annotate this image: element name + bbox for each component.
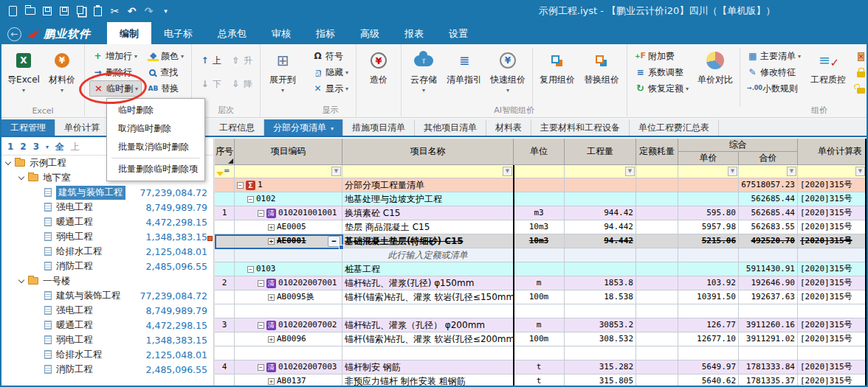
menu-tab-baobiao[interactable]: 报表: [392, 22, 436, 46]
cell-sn[interactable]: 3: [215, 318, 235, 332]
cost-button[interactable]: ¥ 造价: [359, 46, 398, 86]
color-button[interactable]: ◆颜色▾: [145, 48, 187, 64]
cell-unit[interactable]: m: [514, 276, 565, 290]
filter-unit[interactable]: [514, 165, 565, 178]
delete-row-button[interactable]: →删除行: [89, 64, 142, 80]
table-row-placeholder[interactable]: 此行输入定额或清单: [215, 248, 867, 262]
menu-item-batch-delete-temp-items[interactable]: 批量删除临时删除项: [107, 160, 204, 178]
tree-node-unit[interactable]: 建筑与装饰工程77,239,084.72: [1, 185, 213, 200]
cell-sn[interactable]: 4: [215, 360, 235, 374]
back-icon[interactable]: ←: [7, 27, 21, 41]
cell-name[interactable]: 垫层 商品混凝土 C15: [342, 220, 514, 234]
cell-qty[interactable]: [565, 178, 636, 192]
cell-price[interactable]: 12677.10: [678, 332, 739, 346]
symbol-button[interactable]: Ω符号: [309, 48, 351, 64]
table-row[interactable]: −0102 地基处理与边坡支护工程 562685.44 [2020]315号: [215, 192, 867, 206]
cell-code[interactable]: [235, 304, 342, 318]
filter-name[interactable]: ▼: [342, 165, 514, 178]
tree-node-unit[interactable]: 强电工程8,749,989.79: [1, 303, 213, 318]
cell-unit[interactable]: 100m: [514, 332, 565, 346]
collapse-icon[interactable]: −: [258, 210, 264, 217]
collapse-icon[interactable]: −: [258, 364, 264, 371]
header-qty[interactable]: 工程量: [565, 139, 636, 165]
reuse-price-button[interactable]: 复用组价: [535, 46, 579, 86]
tree-up-button[interactable]: 上: [71, 141, 80, 153]
quality-control-button[interactable]: ≡ 工程质控: [805, 46, 851, 86]
cell-name[interactable]: 地基处理与边坡支护工程: [342, 192, 514, 206]
cell-qty[interactable]: 18.538: [565, 290, 636, 304]
filter-sn[interactable]: =: [215, 165, 235, 178]
cell-name[interactable]: 基础混凝土垫层(特细砂) C15: [342, 234, 514, 248]
cell-total[interactable]: [739, 304, 798, 318]
cell-total[interactable]: 1781333.84: [739, 360, 798, 374]
tree-node-unit[interactable]: 强电工程8,749,989.79: [1, 200, 213, 215]
cell-qty[interactable]: 30853.2: [565, 318, 636, 332]
cell-calc[interactable]: [2020]315号: [798, 192, 867, 206]
expand-to-button[interactable]: ⊞ 展开到▾: [264, 46, 302, 94]
cell-code[interactable]: +AE0001⋯: [235, 234, 342, 248]
expand-icon[interactable]: +: [268, 224, 275, 231]
chevron-down-icon[interactable]: ▾: [46, 144, 49, 150]
menu-item-cancel-temp-delete[interactable]: 取消临时删除: [107, 119, 204, 138]
hide-button[interactable]: 隐隐藏▾: [309, 64, 351, 80]
menu-tab-shezhi[interactable]: 设置: [436, 22, 480, 46]
replace-price-button[interactable]: 替换组价: [579, 46, 624, 86]
export-excel-button[interactable]: X 导Excel▾: [4, 46, 43, 94]
menu-item-temp-delete[interactable]: 临时删除: [107, 101, 204, 119]
move-down-button[interactable]: ↓下: [196, 76, 224, 92]
tree-node-unit[interactable]: 给排水工程2,125,048.01: [1, 244, 213, 259]
cell-calc[interactable]: [2020]315号: [798, 290, 867, 304]
cell-calc[interactable]: [2020]315号: [798, 318, 867, 332]
collapse-icon[interactable]: −: [237, 182, 244, 189]
main-list-button[interactable]: ▦主要清单▾: [744, 48, 804, 64]
cell-calc[interactable]: [2020]315号: [798, 360, 867, 374]
move-up-button[interactable]: ↑上: [196, 52, 224, 69]
cell-sn[interactable]: [215, 332, 235, 346]
cell-sn[interactable]: [215, 178, 235, 192]
cell-name[interactable]: 桩基工程: [342, 262, 514, 276]
filter-dropdown-icon[interactable]: ▼: [855, 167, 865, 176]
expand-icon[interactable]: +: [268, 336, 275, 343]
header-composite-label[interactable]: 综合: [678, 139, 797, 152]
tab-fenbu-fenxiang[interactable]: 分部分项清单▾: [264, 119, 343, 136]
cell-price[interactable]: [678, 304, 739, 318]
cell-unit[interactable]: [514, 346, 565, 360]
tree-node-unit[interactable]: 给排水工程2,125,048.01: [1, 347, 213, 362]
price-compare-button[interactable]: 单价对比: [693, 46, 737, 86]
menu-tab-zhibiao[interactable]: 指标: [303, 22, 348, 46]
table-row[interactable]: 3 −清010202007002 锚杆钻孔、灌浆（孔径） φ200mm m 30…: [215, 318, 867, 332]
cell-total[interactable]: 192637.63: [739, 290, 798, 304]
filter-dropdown-icon[interactable]: ▼: [787, 167, 796, 176]
table-row-empty[interactable]: [215, 304, 867, 318]
filter-dropdown-icon[interactable]: ▼: [503, 167, 512, 176]
filter-norm[interactable]: [636, 165, 678, 178]
cell-price[interactable]: 10391.50: [678, 290, 739, 304]
cell-code[interactable]: +AE0005: [235, 220, 342, 234]
cell-total[interactable]: 562685.44: [739, 192, 798, 206]
tree-node-unit[interactable]: 建筑与装饰工程77,239,084.72: [1, 288, 213, 303]
cell-total[interactable]: 192646.90: [739, 276, 798, 290]
filter-code[interactable]: ▼: [235, 165, 342, 178]
cell-qty[interactable]: 944.42: [565, 206, 636, 220]
cell-name[interactable]: 锚杆(锚索)钻孔、灌浆 软岩(孔径≤200mm): [342, 332, 514, 346]
cell-unit[interactable]: 10m3: [514, 220, 565, 234]
cell-qty[interactable]: 94.442: [565, 220, 636, 234]
cell-code[interactable]: −清010202007003: [235, 360, 342, 374]
clear-button[interactable]: ✕清除▾: [852, 48, 868, 64]
cell-calc[interactable]: [2020]315号: [798, 220, 867, 234]
filter-calc[interactable]: ▼: [798, 165, 867, 178]
cell-norm[interactable]: [636, 346, 678, 360]
menu-tab-bianzhi[interactable]: 编制: [107, 22, 151, 46]
cell-norm[interactable]: [636, 234, 678, 248]
cell-calc[interactable]: [2020]315号: [798, 206, 867, 220]
cell-calc[interactable]: [2020]315号: [798, 276, 867, 290]
cell-price[interactable]: [678, 262, 739, 276]
menu-tab-shenhe[interactable]: 审核: [259, 22, 303, 46]
list-guide-button[interactable]: ≣ 清单指引: [443, 46, 486, 86]
cell-name[interactable]: [342, 304, 514, 318]
temp-delete-button[interactable]: ×临时删▾: [89, 80, 142, 97]
open-file-icon[interactable]: [21, 1, 38, 21]
cell-code[interactable]: [235, 346, 342, 360]
table-row[interactable]: +AB0096 锚杆(锚索)钻孔、灌浆 软岩(孔径≤200mm) 100m 30…: [215, 332, 867, 346]
cell-price[interactable]: [678, 248, 739, 262]
